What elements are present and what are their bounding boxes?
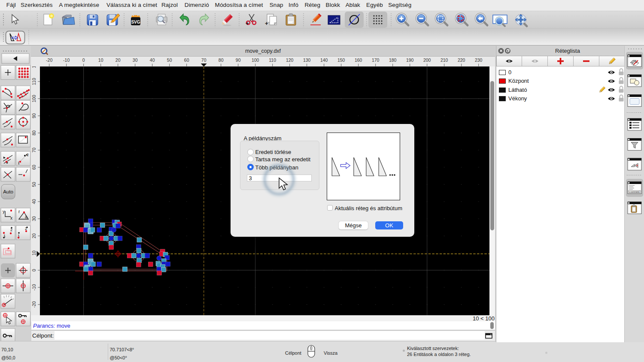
svg-text:+: + [265, 20, 268, 27]
svg-text:-10: -10 [31, 284, 36, 290]
svg-text:50: 50 [31, 182, 36, 187]
svg-text:100: 100 [31, 95, 36, 103]
svg-text:c command: c command [629, 191, 640, 193]
svg-text:110: 110 [269, 57, 276, 63]
svg-text:70: 70 [31, 148, 36, 153]
svg-text:90: 90 [236, 57, 241, 63]
svg-text:-10: -10 [63, 57, 70, 63]
svg-text:90: 90 [31, 113, 36, 118]
svg-text:120: 120 [286, 57, 294, 63]
svg-text:20: 20 [31, 233, 36, 238]
svg-text:200: 200 [423, 57, 431, 63]
svg-text:130: 130 [303, 57, 311, 63]
svg-text:-20: -20 [31, 301, 36, 308]
svg-text:40: 40 [150, 57, 155, 63]
svg-text:+: + [246, 20, 249, 27]
svg-text:60: 60 [184, 57, 189, 63]
svg-text:100: 100 [252, 57, 259, 63]
svg-text:170: 170 [372, 57, 380, 63]
svg-text:50: 50 [167, 57, 172, 63]
svg-text:0: 0 [82, 57, 85, 63]
svg-text:SVG: SVG [131, 20, 140, 24]
svg-text:Auto: Auto [3, 189, 13, 194]
svg-text:230: 230 [475, 57, 483, 63]
svg-text:70: 70 [201, 57, 207, 63]
svg-text:110: 110 [31, 78, 36, 85]
svg-text:120: 120 [31, 66, 36, 68]
svg-text:210: 210 [440, 57, 448, 63]
svg-text:y: y [3, 209, 5, 214]
svg-text:-20: -20 [46, 57, 52, 63]
svg-text:80: 80 [219, 57, 224, 63]
svg-text:180: 180 [389, 57, 397, 63]
svg-text:30: 30 [133, 57, 138, 63]
svg-text:160: 160 [355, 57, 362, 63]
svg-text:30: 30 [31, 216, 36, 221]
svg-text:10: 10 [31, 250, 36, 256]
svg-text:0: 0 [31, 269, 36, 272]
svg-text:220: 220 [458, 57, 465, 63]
svg-text:40: 40 [31, 199, 36, 204]
svg-text:10: 10 [98, 57, 103, 63]
svg-text:20: 20 [115, 57, 121, 63]
svg-text:150: 150 [337, 57, 345, 63]
svg-text:190: 190 [406, 57, 414, 63]
svg-text:140: 140 [320, 57, 328, 63]
svg-text:a: a [25, 214, 27, 219]
svg-text:80: 80 [31, 130, 36, 136]
svg-text:60: 60 [31, 165, 36, 170]
